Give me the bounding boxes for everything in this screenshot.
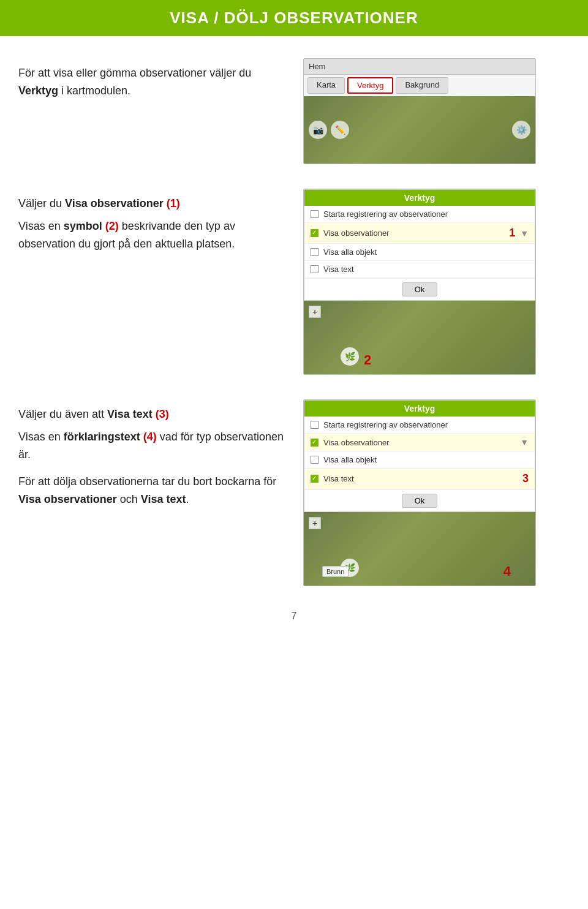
section-2-text: Väljer du Visa observationer (1) Visas e…: [18, 189, 285, 252]
visa-text-label-2: Visa text: [323, 474, 513, 483]
section-1-text-before: För att visa eller gömma observationer v…: [18, 67, 251, 79]
verktyg-row-visa-obs: Visa observationer 1 ▼: [304, 223, 535, 244]
number-4: (4): [143, 431, 157, 443]
visa-alla-label-2: Visa alla objekt: [323, 455, 529, 464]
verktyg-row-visa-alla: Visa alla objekt: [304, 244, 535, 261]
checkbox-visa-obs-2[interactable]: [311, 439, 318, 447]
page-title: VISA / DÖLJ OBSERVATIONER: [0, 9, 588, 28]
tab-karta[interactable]: Karta: [307, 77, 345, 94]
register-label-2: Starta registrering av observationer: [323, 420, 529, 429]
verktyg-header-1: Verktyg: [304, 190, 535, 206]
tab-bakgrund[interactable]: Bakgrund: [396, 77, 448, 94]
verktyg-row-register: Starta registrering av observationer: [304, 206, 535, 223]
section-3-para3: För att dölja observationerna tar du bor…: [18, 473, 285, 508]
map-area-1: + 🌿 2: [304, 301, 535, 374]
verktyg-panel-1: Verktyg Starta registrering av observati…: [304, 189, 535, 301]
mockup-hem-tab: Hem: [304, 59, 535, 75]
mockup-tabs: Hem Karta Verktyg Bakgrund 📷 ✏️ ⚙️: [303, 58, 536, 164]
checkbox-visa-obs[interactable]: [311, 229, 318, 237]
mockup-tab-row: Karta Verktyg Bakgrund: [304, 75, 535, 96]
filter-icon: ▼: [520, 228, 529, 238]
tab-verktyg[interactable]: Verktyg: [347, 77, 393, 94]
badge-1: 1: [509, 227, 515, 240]
checkbox-visa-text-2[interactable]: [311, 475, 318, 483]
section-1-text: För att visa eller gömma observationer v…: [18, 58, 285, 100]
visa-obs-label-2: Visa observationer: [323, 438, 515, 447]
verktyg-ok-area-2: Ok: [304, 489, 535, 511]
section-3-para2: Visas en förklaringstext (4) vad för typ…: [18, 428, 285, 464]
mockup-icons: 📷 ✏️: [309, 121, 349, 139]
section-2-para1: Väljer du Visa observationer (1): [18, 195, 285, 213]
visa-text-label: Visa text: [323, 265, 529, 274]
verktyg-ok-area: Ok: [304, 278, 535, 300]
section-3: Väljer du även att Visa text (3) Visas e…: [18, 399, 570, 586]
page-number: 7: [0, 611, 588, 634]
register-label: Starta registrering av observationer: [323, 209, 529, 219]
obs-label: Brunn: [322, 566, 349, 577]
badge-2: 2: [364, 352, 371, 368]
settings-icon: ⚙️: [512, 121, 530, 139]
ok-button-2[interactable]: Ok: [402, 494, 438, 508]
verktyg-row-register-2: Starta registrering av observationer: [304, 417, 535, 434]
section-3-text: Väljer du även att Visa text (3) Visas e…: [18, 399, 285, 508]
section-3-para1: Väljer du även att Visa text (3): [18, 405, 285, 423]
section-1-image: Hem Karta Verktyg Bakgrund 📷 ✏️ ⚙️: [303, 58, 570, 164]
camera-icon: 📷: [309, 121, 327, 139]
checkbox-visa-alla-2[interactable]: [311, 456, 318, 464]
mockup-verktyg-1: Verktyg Starta registrering av observati…: [303, 189, 536, 375]
verktyg-row-visa-text: Visa text: [304, 261, 535, 278]
section-3-image: Verktyg Starta registrering av observati…: [303, 399, 570, 586]
verktyg-header-2: Verktyg: [304, 401, 535, 417]
section-2: Väljer du Visa observationer (1) Visas e…: [18, 189, 570, 375]
checkbox-visa-alla[interactable]: [311, 248, 318, 256]
section-1: För att visa eller gömma observationer v…: [18, 58, 570, 164]
checkbox-register-2[interactable]: [311, 421, 318, 429]
number-2: (2): [105, 220, 119, 232]
verktyg-row-visa-alla-2: Visa alla objekt: [304, 451, 535, 469]
visa-obs-label: Visa observationer: [323, 228, 499, 238]
checkbox-register[interactable]: [311, 210, 318, 218]
map-area-2: + 🌿 Brunn 4: [304, 512, 535, 586]
verktyg-row-visa-text-2: Visa text 3: [304, 469, 535, 489]
mockup-map-area: 📷 ✏️ ⚙️: [304, 96, 535, 164]
verktyg-panel-2: Verktyg Starta registrering av observati…: [304, 400, 535, 512]
checkbox-visa-text[interactable]: [311, 265, 318, 273]
obs-symbol: 🌿: [341, 347, 359, 366]
section-2-image: Verktyg Starta registrering av observati…: [303, 189, 570, 375]
mockup-verktyg-2: Verktyg Starta registrering av observati…: [303, 399, 536, 586]
section-2-para2: Visas en symbol (2) beskrivande den typ …: [18, 217, 285, 253]
filter-icon-2: ▼: [520, 437, 529, 447]
zoom-plus-btn-2[interactable]: +: [309, 517, 321, 529]
ok-button-1[interactable]: Ok: [402, 282, 438, 296]
badge-3: 3: [522, 472, 529, 485]
badge-4: 4: [503, 564, 511, 579]
page-header: VISA / DÖLJ OBSERVATIONER: [0, 0, 588, 36]
visa-alla-label: Visa alla objekt: [323, 247, 529, 257]
zoom-plus-btn[interactable]: +: [309, 306, 321, 318]
verktyg-row-visa-obs-2: Visa observationer ▼: [304, 434, 535, 451]
edit-icon: ✏️: [331, 121, 349, 139]
number-1: (1): [167, 197, 180, 209]
number-3: (3): [156, 408, 169, 420]
section-1-text-after: i kartmodulen.: [58, 85, 130, 97]
section-1-bold: Verktyg: [18, 85, 58, 97]
